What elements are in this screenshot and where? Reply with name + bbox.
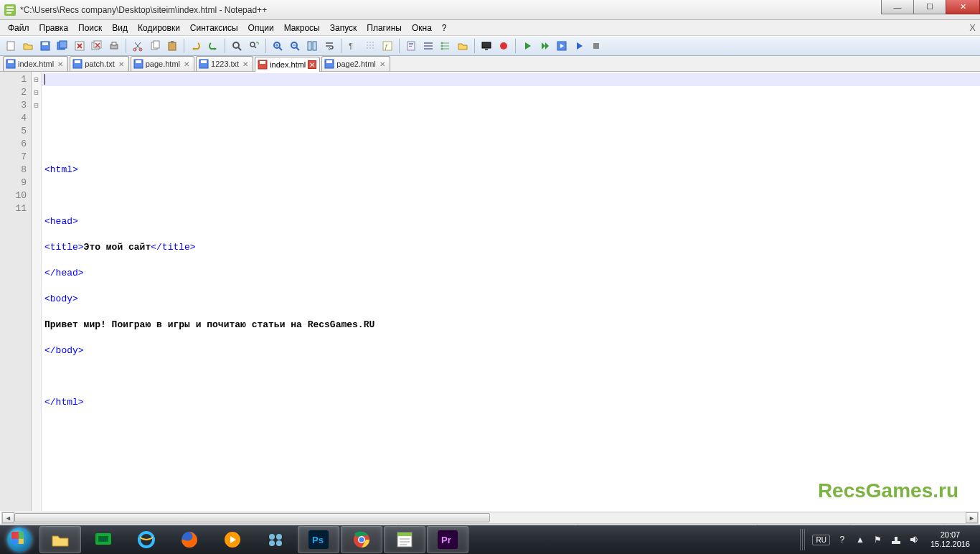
code-area[interactable]: <html> <head> <title>Это мой сайт</title…: [42, 72, 980, 511]
svg-rect-40: [485, 49, 488, 50]
save-all-icon[interactable]: [55, 38, 70, 54]
close-file-icon[interactable]: [72, 38, 88, 54]
replace-icon[interactable]: [246, 38, 262, 54]
scroll-left-icon[interactable]: ◄: [2, 512, 14, 523]
svg-rect-8: [60, 41, 67, 48]
menu-windows[interactable]: Окна: [407, 22, 437, 34]
menu-bar: Файл Правка Поиск Вид Кодировки Синтакси…: [0, 20, 980, 36]
fold-marker[interactable]: ⊟: [32, 86, 41, 99]
tab-index-active[interactable]: index.html ✕: [255, 57, 320, 72]
svg-rect-1: [6, 6, 14, 8]
doc-close-x[interactable]: X: [969, 22, 976, 33]
tab-close-icon[interactable]: ✕: [378, 60, 387, 68]
code-tag: <head>: [44, 216, 78, 227]
cut-icon[interactable]: [130, 38, 146, 54]
fold-marker[interactable]: ⊟: [32, 73, 41, 86]
new-file-icon[interactable]: [3, 38, 19, 54]
volume-icon[interactable]: [908, 534, 920, 545]
help-icon[interactable]: ?: [837, 534, 848, 545]
wrap-icon[interactable]: [321, 38, 337, 54]
clock[interactable]: 20:07 15.12.2016: [926, 530, 974, 549]
window-title: *C:\Users\Recs company\Desktop\siteim\in…: [20, 5, 267, 15]
monitor-icon[interactable]: [479, 38, 494, 54]
func-list-icon[interactable]: [438, 38, 453, 54]
copy-icon[interactable]: [147, 38, 163, 54]
play-macro-icon[interactable]: [519, 38, 535, 54]
taskbar-app-2[interactable]: [255, 526, 296, 553]
show-all-chars-icon[interactable]: ¶: [345, 38, 361, 54]
zoom-out-icon[interactable]: [287, 38, 303, 54]
menu-edit[interactable]: Правка: [34, 22, 74, 34]
h-scrollbar[interactable]: ◄ ►: [1, 512, 979, 524]
find-icon[interactable]: [229, 38, 245, 54]
taskbar-firefox[interactable]: [169, 526, 210, 553]
taskbar-explorer[interactable]: [39, 526, 81, 553]
indent-guide-icon[interactable]: [362, 38, 378, 54]
language-indicator[interactable]: RU: [812, 535, 829, 545]
scroll-track[interactable]: [14, 512, 966, 523]
menu-search[interactable]: Поиск: [73, 22, 107, 34]
menu-run[interactable]: Запуск: [325, 22, 362, 34]
network-icon[interactable]: [890, 534, 902, 545]
tab-close-icon[interactable]: ✕: [241, 60, 250, 68]
close-button[interactable]: ✕: [946, 0, 980, 14]
tab-page2[interactable]: page2.html ✕: [321, 56, 390, 71]
svg-text:¶: ¶: [349, 42, 353, 50]
tray-expand-icon[interactable]: ▲: [854, 534, 866, 545]
svg-point-41: [500, 42, 507, 50]
tab-close-icon[interactable]: ✕: [308, 60, 316, 69]
menu-file[interactable]: Файл: [3, 22, 34, 34]
menu-plugins[interactable]: Плагины: [362, 22, 407, 34]
tab-close-icon[interactable]: ✕: [182, 60, 191, 68]
svg-point-69: [359, 537, 364, 543]
open-file-icon[interactable]: [20, 38, 36, 54]
menu-macros[interactable]: Макросы: [279, 22, 325, 34]
scroll-right-icon[interactable]: ►: [966, 512, 978, 523]
editor: 1 2 3 4 5 6 7 8 9 10 11 ⊟ ⊟ ⊟ <html> <he…: [0, 72, 980, 511]
tab-page[interactable]: page.html ✕: [131, 56, 194, 71]
folder-view-icon[interactable]: [455, 38, 471, 54]
zoom-in-icon[interactable]: [270, 38, 286, 54]
tab-index-1[interactable]: index.html ✕: [3, 56, 68, 71]
close-all-icon[interactable]: [89, 38, 105, 54]
print-icon[interactable]: [106, 38, 122, 54]
taskbar-wmp[interactable]: [212, 526, 253, 553]
taskbar-ie[interactable]: [126, 526, 167, 553]
sync-scroll-icon[interactable]: [304, 38, 320, 54]
maximize-button[interactable]: ☐: [913, 0, 946, 14]
fold-marker[interactable]: ⊟: [32, 99, 41, 112]
record-icon[interactable]: [496, 38, 512, 54]
taskbar-notepadpp[interactable]: [384, 526, 425, 553]
save-icon[interactable]: [37, 38, 53, 54]
replay-macro-icon[interactable]: [537, 38, 552, 54]
menu-encoding[interactable]: Кодировки: [133, 22, 185, 34]
undo-icon[interactable]: [188, 38, 204, 54]
save-macro-icon[interactable]: [554, 38, 570, 54]
minimize-button[interactable]: —: [881, 0, 914, 14]
line-gutter: 1 2 3 4 5 6 7 8 9 10 11: [0, 72, 32, 511]
stop-icon[interactable]: [588, 38, 604, 54]
start-button[interactable]: [0, 525, 39, 554]
doc-list-icon[interactable]: [420, 38, 436, 54]
flag-icon[interactable]: ⚑: [872, 534, 884, 545]
svg-rect-18: [169, 42, 176, 50]
menu-view[interactable]: Вид: [107, 22, 133, 34]
tab-close-icon[interactable]: ✕: [117, 60, 126, 68]
paste-icon[interactable]: [164, 38, 180, 54]
scroll-thumb[interactable]: [14, 513, 490, 522]
taskbar-premiere[interactable]: Pr: [427, 526, 468, 553]
tab-1223[interactable]: 1223.txt ✕: [196, 56, 253, 71]
taskbar-chrome[interactable]: [341, 526, 382, 553]
menu-options[interactable]: Опции: [243, 22, 279, 34]
menu-help[interactable]: ?: [437, 22, 452, 34]
svg-rect-32: [409, 46, 412, 47]
taskbar-photoshop[interactable]: Ps: [298, 526, 339, 553]
userlang-icon[interactable]: ƒ: [380, 38, 395, 54]
tab-close-icon[interactable]: ✕: [56, 60, 65, 68]
menu-syntax[interactable]: Синтаксисы: [185, 22, 243, 34]
taskbar-app-1[interactable]: [83, 526, 124, 553]
doc-map-icon[interactable]: [403, 38, 419, 54]
tab-patch[interactable]: patch.txt ✕: [70, 56, 129, 71]
redo-icon[interactable]: [205, 38, 221, 54]
run-play-icon[interactable]: [571, 38, 587, 54]
